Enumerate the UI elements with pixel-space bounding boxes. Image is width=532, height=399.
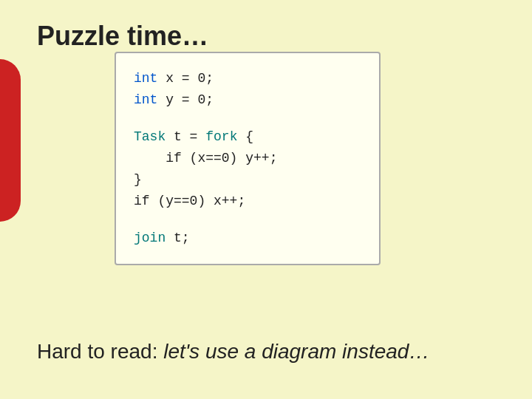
- red-accent-bar: [0, 59, 21, 222]
- code-text-7: t;: [166, 231, 189, 245]
- code-line-6: if (y==0) x++;: [134, 191, 361, 212]
- code-text-6: if (y==0) x++;: [134, 194, 245, 208]
- code-line-4: if (x==0) y++;: [134, 148, 361, 169]
- slide: Puzzle time… int x = 0; int y = 0; Task …: [0, 0, 532, 399]
- code-text-5: }: [134, 172, 142, 187]
- keyword-int-2: int: [134, 92, 157, 107]
- slide-title: Puzzle time…: [37, 21, 208, 52]
- code-line-7: join t;: [134, 228, 361, 249]
- code-blank-2: [134, 211, 361, 228]
- keyword-task: Task: [134, 129, 166, 144]
- code-text-2: y = 0;: [157, 92, 214, 107]
- code-block: int x = 0; int y = 0; Task t = fork { if…: [115, 52, 381, 265]
- code-text-3a: t =: [166, 129, 205, 144]
- code-line-3: Task t = fork {: [134, 126, 361, 148]
- code-line-1: int x = 0;: [134, 68, 361, 89]
- code-text-4: if (x==0) y++;: [134, 151, 277, 166]
- code-text-3b: {: [237, 129, 253, 144]
- bottom-caption: Hard to read: let's use a diagram instea…: [37, 340, 429, 364]
- code-line-2: int y = 0;: [134, 89, 361, 111]
- code-text-1: x = 0;: [157, 71, 214, 86]
- code-blank-1: [134, 111, 361, 127]
- keyword-join: join: [134, 231, 166, 245]
- bottom-italic: let's use a diagram instead…: [163, 340, 429, 363]
- keyword-int-1: int: [134, 71, 157, 86]
- keyword-fork: fork: [205, 129, 237, 144]
- bottom-prefix: Hard to read:: [37, 340, 163, 363]
- code-line-5: }: [134, 169, 361, 191]
